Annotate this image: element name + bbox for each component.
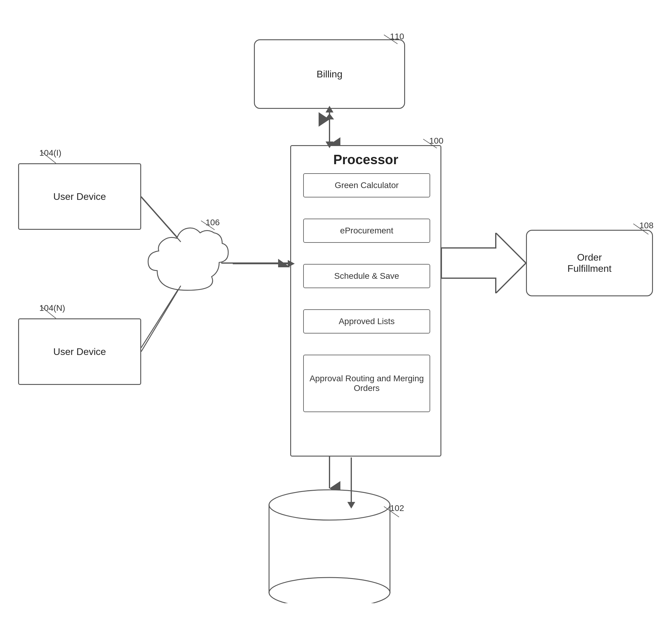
ref-102: 102	[390, 503, 404, 513]
processor-title-label: Processor	[291, 152, 440, 167]
billing-label: Billing	[316, 69, 342, 80]
svg-point-21	[269, 490, 390, 520]
user-device-1-label: User Device	[53, 191, 106, 202]
ref-108: 108	[639, 221, 654, 230]
ref-100: 100	[429, 136, 443, 146]
database-cylinder	[263, 488, 396, 603]
ref-104i: 104(I)	[39, 148, 61, 158]
schedule-save-module: Schedule & Save	[303, 264, 430, 288]
processor-to-order-arrow	[441, 233, 526, 293]
ref-104n: 104(N)	[39, 303, 65, 313]
network-cloud-svg	[142, 218, 233, 299]
eprocurement-module: eProcurement	[303, 219, 430, 243]
svg-point-22	[269, 577, 390, 603]
green-calculator-module: Green Calculator	[303, 173, 430, 197]
billing-box: Billing	[254, 39, 405, 109]
processor-box: Processor Green Calculator eProcurement …	[290, 145, 441, 456]
svg-marker-18	[441, 233, 526, 293]
approved-lists-module: Approved Lists	[303, 309, 430, 333]
user-device-1-box: User Device	[18, 163, 141, 230]
order-fulfillment-box: OrderFulfillment	[526, 230, 653, 296]
diagram-container: User Device 104(I) User Device 104(N) 10…	[0, 0, 672, 641]
user-device-2-box: User Device	[18, 318, 141, 385]
ref-110: 110	[390, 32, 404, 41]
approval-routing-module: Approval Routing and Merging Orders	[303, 355, 430, 412]
order-fulfillment-label: OrderFulfillment	[567, 252, 612, 274]
user-device-2-label: User Device	[53, 346, 106, 357]
ref-106: 106	[206, 218, 220, 227]
svg-marker-11	[325, 113, 334, 120]
